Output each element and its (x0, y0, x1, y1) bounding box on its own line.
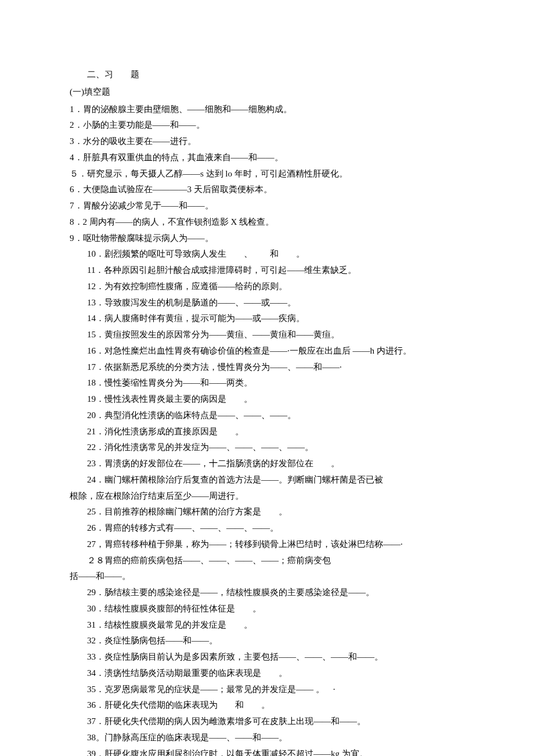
question-item-20: 20．典型消化性溃疡的临床特点是——、——、——。 (70, 408, 464, 424)
question-item-14: 14．病人腹痛时伴有黄疸，提示可能为——或——疾病。 (70, 311, 464, 327)
question-item-16: 16．对急性糜烂出血性胃炎有确诊价值的检查是——·一般应在出血后 ——h 内进行… (70, 343, 464, 359)
question-item-21: 21．消化性溃疡形成的直接原因是 。 (70, 424, 464, 440)
question-item-3: 3．水分的吸收主要在——进行。 (70, 134, 464, 150)
question-item-29: ２８胃癌的癌前疾病包括——、——、——、——；癌前病变包 (70, 553, 464, 569)
question-item-37: 35．克罗恩病最常见的症状是——；最常见的并发症是—— 。 · (70, 682, 464, 698)
question-item-23: 23．胃溃疡的好发部位在——，十二指肠溃疡的好发部位在 。 (70, 456, 464, 472)
question-item-11: 11．各种原因引起胆汁酸合成或排泄障碍时，可引起——维生素缺乏。 (70, 262, 464, 279)
question-item-24: 24．幽门螺杆菌根除治疗后复查的首选方法是——。判断幽门螺杆菌是否已被 (70, 472, 464, 488)
question-item-36: 34．溃疡性结肠炎活动期最重要的临床表现是 。 (70, 665, 464, 682)
question-item-17: 17．依据新悉尼系统的分类方法，慢性胃炎分为——、——和——· (70, 359, 464, 376)
question-item-33: 31．结核性腹膜炎最常见的并发症是 。 (70, 617, 464, 633)
question-item-6: 6．大便隐血试验应在————3 天后留取粪便标本。 (70, 182, 464, 198)
question-item-25: 根除，应在根除治疗结束后至少——周进行。 (70, 488, 464, 505)
question-item-26: 25．目前推荐的根除幽门螺杆菌的治疗方案是 。 (70, 504, 464, 520)
question-item-19: 19．慢性浅表性胃炎最主要的病因是 。 (70, 391, 464, 408)
section-title: 二、习 题 (70, 67, 464, 83)
question-item-9: 9．呕吐物带酸腐味提示病人为——。 (70, 231, 464, 247)
question-item-1: 1．胃的泌酸腺主要由壁细胞、——细胞和——细胞构成。 (70, 102, 464, 118)
question-item-5: ５．研究显示，每天摄人乙醇——s 达到 lo 年时，可引起酒精性肝硬化。 (70, 166, 464, 182)
question-item-39: 37．肝硬化失代偿期的病人因为雌激素增多可在皮肤上出现——和——。 (70, 714, 464, 730)
question-item-2: 2．小肠的主要功能是——和——。 (70, 117, 464, 134)
question-item-38: 36．肝硬化失代偿期的临床表现为 和 。 (70, 697, 464, 714)
question-item-32: 30．结核性腹膜炎腹部的特征性体征是 。 (70, 601, 464, 617)
question-item-31: 29．肠结核主要的感染途径是——，结核性腹膜炎的主要感染途径是——。 (70, 585, 464, 601)
question-item-10: 10．剧烈频繁的呕吐可导致病人发生 、 和 。 (70, 246, 464, 262)
question-item-34: 32．炎症性肠病包括——和——。 (70, 633, 464, 649)
question-item-4: 4．肝脏具有双重供血的特点，其血液来自——和——。 (70, 150, 464, 166)
question-item-28: 27，胃癌转移种植于卵巢，称为——；转移到锁骨上淋巴结时，该处淋巴结称——· (70, 537, 464, 553)
question-item-15: 15．黄疸按照发生的原因常分为——黄疸、——黄疸和——黄疸。 (70, 327, 464, 343)
question-item-40: 38。门静脉高压症的临床表现是——、——和——。 (70, 730, 464, 746)
items-container: 1．胃的泌酸腺主要由壁细胞、——细胞和——细胞构成。2．小肠的主要功能是——和—… (70, 102, 464, 757)
subsection-title: (一)填空题 (70, 84, 464, 100)
question-item-41: 39．肝硬化腹水应用利尿剂治疗时，以每天体重减轻不超过——kg 为宜。 (70, 746, 464, 757)
question-item-13: 13．导致腹泻发生的机制是肠道的——、——或——。 (70, 295, 464, 311)
question-item-8: 8．2 周内有——的病人，不宜作钡剂造影 X 线检查。 (70, 214, 464, 231)
question-item-35: 33．炎症性肠病目前认为是多因素所致，主要包括——、——、——和——。 (70, 649, 464, 665)
question-item-22: 22．消化性溃疡常见的并发症为——、——、——、——。 (70, 440, 464, 456)
question-item-27: 26．胃癌的转移方式有——、——、——、——。 (70, 520, 464, 537)
question-item-12: 12．为有效控制癌性腹痛，应遵循——给药的原则。 (70, 279, 464, 295)
question-item-7: 7．胃酸分泌减少常见于——和——。 (70, 198, 464, 214)
question-item-18: 18．慢性萎缩性胃炎分为——和——两类。 (70, 375, 464, 391)
question-item-30: 括——和——。 (70, 568, 464, 585)
